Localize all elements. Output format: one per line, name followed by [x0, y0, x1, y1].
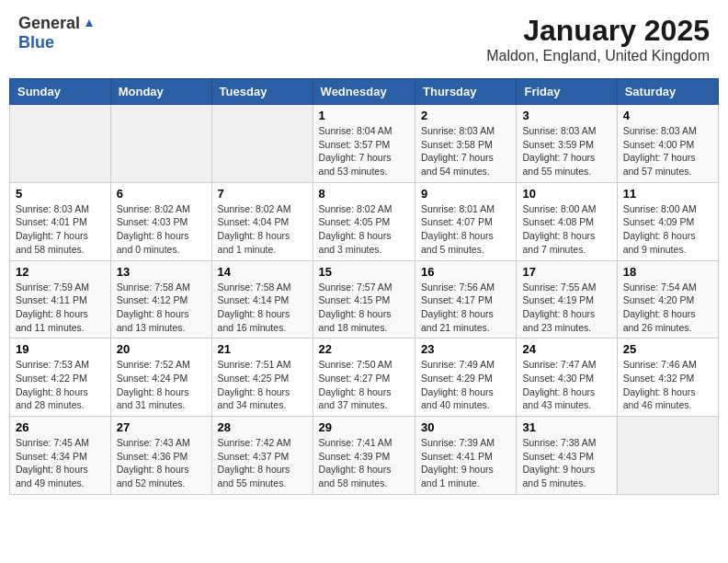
day-number: 27 [117, 420, 206, 434]
day-info: Sunrise: 7:56 AM Sunset: 4:17 PM Dayligh… [421, 281, 510, 335]
calendar-location: Maldon, England, United Kingdom [486, 48, 710, 64]
logo: General Blue [18, 14, 97, 52]
day-info: Sunrise: 7:47 AM Sunset: 4:30 PM Dayligh… [522, 358, 610, 412]
day-info: Sunrise: 7:55 AM Sunset: 4:19 PM Dayligh… [522, 281, 610, 335]
day-number: 5 [16, 187, 105, 201]
day-info: Sunrise: 7:58 AM Sunset: 4:14 PM Dayligh… [218, 281, 307, 335]
day-info: Sunrise: 7:58 AM Sunset: 4:12 PM Dayligh… [117, 281, 206, 335]
calendar-cell: 4Sunrise: 8:03 AM Sunset: 4:00 PM Daylig… [617, 105, 718, 183]
calendar-cell: 11Sunrise: 8:00 AM Sunset: 4:09 PM Dayli… [617, 182, 718, 260]
calendar-cell: 29Sunrise: 7:41 AM Sunset: 4:39 PM Dayli… [313, 417, 415, 495]
calendar-cell: 12Sunrise: 7:59 AM Sunset: 4:11 PM Dayli… [10, 260, 111, 339]
day-of-week-header: Friday [517, 79, 617, 105]
day-number: 28 [218, 420, 307, 434]
calendar-cell: 31Sunrise: 7:38 AM Sunset: 4:43 PM Dayli… [517, 417, 617, 495]
day-info: Sunrise: 7:38 AM Sunset: 4:43 PM Dayligh… [522, 436, 610, 490]
day-info: Sunrise: 8:03 AM Sunset: 3:58 PM Dayligh… [421, 124, 510, 178]
day-number: 20 [117, 342, 206, 356]
day-of-week-header: Thursday [415, 79, 517, 105]
day-of-week-header: Tuesday [211, 79, 313, 105]
day-info: Sunrise: 7:46 AM Sunset: 4:32 PM Dayligh… [623, 358, 712, 412]
day-number: 31 [522, 420, 610, 434]
day-number: 12 [16, 265, 105, 279]
calendar-cell: 19Sunrise: 7:53 AM Sunset: 4:22 PM Dayli… [10, 339, 111, 417]
day-number: 15 [319, 265, 409, 279]
day-of-week-header: Wednesday [313, 79, 415, 105]
day-number: 29 [319, 420, 409, 434]
day-number: 24 [522, 342, 610, 356]
day-info: Sunrise: 7:54 AM Sunset: 4:20 PM Dayligh… [623, 281, 712, 335]
calendar-cell [617, 417, 718, 495]
day-number: 25 [623, 342, 712, 356]
day-of-week-header: Saturday [617, 79, 718, 105]
calendar-cell [10, 105, 111, 183]
calendar-cell: 17Sunrise: 7:55 AM Sunset: 4:19 PM Dayli… [517, 260, 617, 339]
page-header: General Blue January 2025 Maldon, Englan… [9, 9, 719, 69]
day-number: 26 [16, 420, 105, 434]
day-number: 1 [319, 109, 409, 122]
calendar-cell: 8Sunrise: 8:02 AM Sunset: 4:05 PM Daylig… [313, 182, 415, 260]
day-number: 19 [16, 342, 105, 356]
day-number: 17 [522, 265, 610, 279]
calendar-cell: 20Sunrise: 7:52 AM Sunset: 4:24 PM Dayli… [110, 339, 211, 417]
day-number: 2 [421, 109, 510, 122]
calendar-cell: 14Sunrise: 7:58 AM Sunset: 4:14 PM Dayli… [211, 260, 313, 339]
logo-blue-text: Blue [18, 33, 54, 52]
day-of-week-header: Monday [110, 79, 211, 105]
day-number: 10 [522, 187, 610, 201]
day-number: 4 [623, 109, 712, 122]
calendar-cell: 22Sunrise: 7:50 AM Sunset: 4:27 PM Dayli… [313, 339, 415, 417]
day-number: 21 [218, 342, 307, 356]
calendar-cell: 7Sunrise: 8:02 AM Sunset: 4:04 PM Daylig… [211, 182, 313, 260]
day-number: 14 [218, 265, 307, 279]
day-info: Sunrise: 7:59 AM Sunset: 4:11 PM Dayligh… [16, 281, 105, 335]
day-info: Sunrise: 8:02 AM Sunset: 4:05 PM Dayligh… [319, 202, 409, 257]
day-number: 13 [117, 265, 206, 279]
day-info: Sunrise: 7:49 AM Sunset: 4:29 PM Dayligh… [421, 358, 510, 412]
day-info: Sunrise: 7:39 AM Sunset: 4:41 PM Dayligh… [421, 436, 510, 490]
day-info: Sunrise: 8:03 AM Sunset: 4:01 PM Dayligh… [16, 202, 105, 257]
logo-general-text: General [18, 14, 80, 33]
day-number: 9 [421, 187, 510, 201]
calendar-cell: 5Sunrise: 8:03 AM Sunset: 4:01 PM Daylig… [10, 182, 111, 260]
calendar-cell: 26Sunrise: 7:45 AM Sunset: 4:34 PM Dayli… [10, 417, 111, 495]
day-info: Sunrise: 7:53 AM Sunset: 4:22 PM Dayligh… [16, 358, 105, 412]
day-info: Sunrise: 8:00 AM Sunset: 4:08 PM Dayligh… [522, 202, 610, 257]
day-info: Sunrise: 7:43 AM Sunset: 4:36 PM Dayligh… [117, 436, 206, 490]
calendar-cell: 2Sunrise: 8:03 AM Sunset: 3:58 PM Daylig… [415, 105, 517, 183]
logo-triangle-icon [81, 14, 97, 30]
day-info: Sunrise: 8:01 AM Sunset: 4:07 PM Dayligh… [421, 202, 510, 257]
day-number: 16 [421, 265, 510, 279]
day-info: Sunrise: 8:02 AM Sunset: 4:04 PM Dayligh… [218, 202, 307, 257]
day-info: Sunrise: 7:52 AM Sunset: 4:24 PM Dayligh… [117, 358, 206, 412]
day-info: Sunrise: 7:50 AM Sunset: 4:27 PM Dayligh… [319, 358, 409, 412]
day-info: Sunrise: 7:51 AM Sunset: 4:25 PM Dayligh… [218, 358, 307, 412]
svg-marker-0 [85, 19, 93, 27]
calendar-cell: 28Sunrise: 7:42 AM Sunset: 4:37 PM Dayli… [211, 417, 313, 495]
day-number: 6 [117, 187, 206, 201]
calendar-cell: 3Sunrise: 8:03 AM Sunset: 3:59 PM Daylig… [517, 105, 617, 183]
day-number: 8 [319, 187, 409, 201]
day-info: Sunrise: 8:00 AM Sunset: 4:09 PM Dayligh… [623, 202, 712, 257]
day-number: 30 [421, 420, 510, 434]
day-info: Sunrise: 7:45 AM Sunset: 4:34 PM Dayligh… [16, 436, 105, 490]
calendar-title: January 2025 [486, 14, 710, 48]
calendar-cell: 21Sunrise: 7:51 AM Sunset: 4:25 PM Dayli… [211, 339, 313, 417]
day-number: 3 [522, 109, 610, 122]
day-info: Sunrise: 8:03 AM Sunset: 3:59 PM Dayligh… [522, 124, 610, 178]
day-of-week-header: Sunday [10, 79, 111, 105]
calendar-cell [110, 105, 211, 183]
day-info: Sunrise: 8:03 AM Sunset: 4:00 PM Dayligh… [623, 124, 712, 178]
day-number: 7 [218, 187, 307, 201]
calendar-cell: 9Sunrise: 8:01 AM Sunset: 4:07 PM Daylig… [415, 182, 517, 260]
calendar-cell: 10Sunrise: 8:00 AM Sunset: 4:08 PM Dayli… [517, 182, 617, 260]
title-block: January 2025 Maldon, England, United Kin… [486, 14, 710, 64]
calendar-cell: 27Sunrise: 7:43 AM Sunset: 4:36 PM Dayli… [110, 417, 211, 495]
calendar-cell: 30Sunrise: 7:39 AM Sunset: 4:41 PM Dayli… [415, 417, 517, 495]
calendar-cell: 16Sunrise: 7:56 AM Sunset: 4:17 PM Dayli… [415, 260, 517, 339]
calendar-cell: 24Sunrise: 7:47 AM Sunset: 4:30 PM Dayli… [517, 339, 617, 417]
calendar-cell: 18Sunrise: 7:54 AM Sunset: 4:20 PM Dayli… [617, 260, 718, 339]
calendar-cell: 15Sunrise: 7:57 AM Sunset: 4:15 PM Dayli… [313, 260, 415, 339]
day-number: 11 [623, 187, 712, 201]
day-info: Sunrise: 8:04 AM Sunset: 3:57 PM Dayligh… [319, 124, 409, 178]
